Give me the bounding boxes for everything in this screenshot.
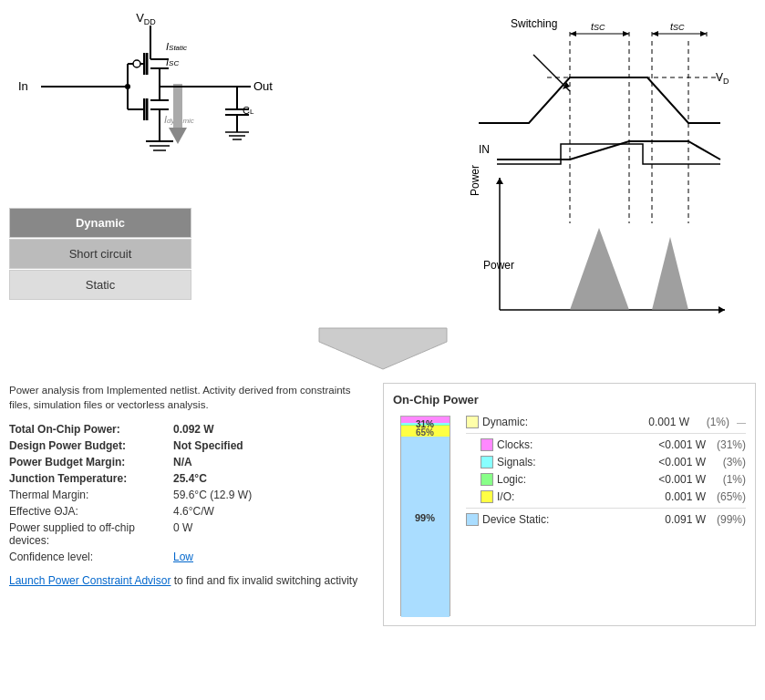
- advisor-link[interactable]: Launch Power Constraint Advisor: [9, 574, 171, 587]
- table-row: Total On-Chip Power: 0.092 W: [9, 421, 365, 438]
- label-confidence: Confidence level:: [9, 549, 173, 565]
- legend-row-signals: Signals: <0.001 W (3%): [481, 456, 746, 468]
- legend-area: Dynamic: 0.001 W (1%) — Clocks: <0.001 W…: [466, 416, 746, 616]
- legend-pct-signals: (3%): [709, 456, 746, 468]
- table-row: Junction Temperature: 25.4°C: [9, 470, 365, 487]
- svg-marker-65: [718, 306, 725, 314]
- legend-label-io: I/O:: [497, 490, 647, 503]
- value-thermal-margin: 59.6°C (12.9 W): [173, 487, 365, 503]
- arrow-svg: [292, 324, 474, 374]
- legend-color-clocks: [481, 438, 493, 451]
- label-junction-temp: Junction Temperature:: [9, 470, 173, 487]
- bar-segment-static: [401, 437, 450, 617]
- label-thermal-margin: Thermal Margin:: [9, 487, 173, 503]
- top-section: VDD IStatic ISC: [0, 0, 765, 319]
- svg-point-42: [125, 84, 130, 89]
- stacked-bar: 31% 65% 99%: [400, 416, 450, 616]
- value-total-power: 0.092 W: [173, 421, 365, 438]
- svg-text:Power: Power: [469, 165, 481, 196]
- value-design-budget: Not Specified: [173, 438, 365, 454]
- value-confidence-link[interactable]: Low: [173, 549, 365, 565]
- circuit-diagram: VDD IStatic ISC: [9, 9, 292, 319]
- bottom-section: Power analysis from Implemented netlist.…: [0, 374, 765, 635]
- table-row: Design Power Budget: Not Specified: [9, 438, 365, 454]
- svg-text:ISC: ISC: [166, 57, 179, 67]
- legend-color-dynamic: [466, 416, 479, 428]
- legend-color-io: [481, 490, 493, 503]
- legend-divider-1: [466, 433, 746, 434]
- advisor-text: to find and fix invalid switching activi…: [171, 574, 357, 587]
- legend-label-clocks: Clocks:: [497, 438, 647, 451]
- svg-marker-67: [570, 228, 629, 310]
- legend-color-logic: [481, 473, 493, 486]
- svg-marker-66: [496, 178, 503, 184]
- legend-pct-clocks: (31%): [709, 438, 746, 451]
- label-offchip-power: Power supplied to off-chip devices:: [9, 520, 173, 549]
- legend-row-device-static: Device Static: 0.091 W (99%): [466, 513, 746, 526]
- bar-label-65pct: 65%: [416, 427, 434, 438]
- legend-row-logic: Logic: <0.001 W (1%): [481, 473, 746, 486]
- svg-text:CL: CL: [243, 105, 254, 116]
- label-budget-margin: Power Budget Margin:: [9, 454, 173, 470]
- legend-value-signals: <0.001 W: [651, 456, 706, 468]
- svg-text:Power: Power: [483, 259, 514, 272]
- legend-divider-2: [466, 508, 746, 509]
- bar-label-99pct: 99%: [415, 512, 435, 523]
- table-row: Confidence level: Low: [9, 549, 365, 565]
- legend-label-signals: Signals:: [497, 456, 647, 468]
- legend-value-clocks: <0.001 W: [651, 438, 706, 451]
- onchip-title: On-Chip Power: [393, 393, 746, 407]
- advisor-section: Launch Power Constraint Advisor to find …: [9, 572, 365, 589]
- switching-label: Switching: [511, 17, 557, 30]
- legend-row-dynamic: Dynamic: 0.001 W (1%) —: [466, 416, 746, 428]
- svg-marker-46: [570, 31, 576, 36]
- label-effective-ja: Effective ΘJA:: [9, 503, 173, 520]
- legend-value-logic: <0.001 W: [651, 473, 706, 486]
- svg-marker-47: [623, 31, 629, 36]
- arrow-section: [0, 319, 765, 374]
- legend-line-dynamic: —: [737, 417, 746, 427]
- table-row: Power Budget Margin: N/A: [9, 454, 365, 470]
- table-row: Effective ΘJA: 4.6°C/W: [9, 503, 365, 520]
- waveform-svg: Switching tSC tSC VDD: [301, 9, 729, 319]
- table-row: Power supplied to off-chip devices: 0 W: [9, 520, 365, 549]
- legend-value-dynamic: 0.001 W: [635, 416, 689, 428]
- onchip-content: 31% 65% 99% Dynamic: 0.001 W (1%) —: [393, 416, 746, 616]
- circuit-svg: VDD IStatic ISC: [9, 9, 283, 201]
- svg-text:Out: Out: [253, 79, 273, 93]
- svg-marker-52: [652, 31, 658, 36]
- value-budget-margin: N/A: [173, 454, 365, 470]
- svg-text:In: In: [18, 79, 28, 93]
- power-info-intro: Power analysis from Implemented netlist.…: [9, 383, 365, 412]
- svg-text:IN: IN: [479, 143, 490, 156]
- legend-static: Static: [9, 270, 191, 300]
- power-table: Total On-Chip Power: 0.092 W Design Powe…: [9, 421, 365, 565]
- svg-point-9: [133, 60, 140, 67]
- legend-color-device-static: [466, 513, 479, 526]
- value-offchip-power: 0 W: [173, 520, 365, 549]
- legend-boxes: Dynamic Short circuit Static: [9, 208, 191, 300]
- legend-short-circuit: Short circuit: [9, 239, 191, 269]
- legend-pct-dynamic: (1%): [693, 416, 729, 428]
- legend-pct-logic: (1%): [709, 473, 746, 486]
- legend-row-clocks: Clocks: <0.001 W (31%): [481, 438, 746, 451]
- legend-label-logic: Logic:: [497, 473, 647, 486]
- legend-row-io: I/O: 0.001 W (65%): [481, 490, 746, 503]
- svg-marker-68: [652, 237, 688, 310]
- legend-pct-io: (65%): [709, 490, 746, 503]
- legend-label-device-static: Device Static:: [482, 513, 647, 526]
- power-info: Power analysis from Implemented netlist.…: [9, 383, 365, 626]
- legend-pct-device-static: (99%): [709, 513, 746, 526]
- value-junction-temp: 25.4°C: [173, 470, 365, 487]
- svg-text:tSC: tSC: [670, 21, 685, 32]
- legend-dynamic: Dynamic: [9, 208, 191, 238]
- value-effective-ja: 4.6°C/W: [173, 503, 365, 520]
- legend-color-signals: [481, 456, 493, 468]
- svg-text:VDD: VDD: [136, 11, 156, 26]
- svg-marker-53: [700, 31, 707, 36]
- legend-value-device-static: 0.091 W: [651, 513, 706, 526]
- svg-text:tSC: tSC: [591, 21, 605, 32]
- legend-value-io: 0.001 W: [651, 490, 706, 503]
- legend-label-dynamic: Dynamic:: [482, 416, 631, 428]
- svg-text:IStatic: IStatic: [166, 41, 187, 52]
